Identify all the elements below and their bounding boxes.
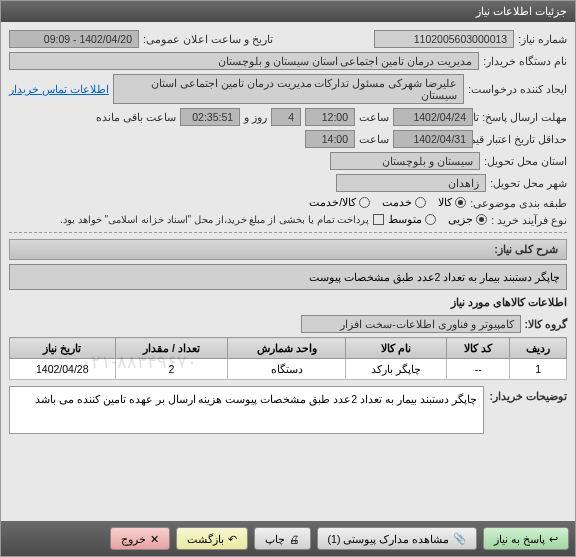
description-box: چاپگر دستبند بیمار به تعداد 2عدد طبق مشخ… (9, 264, 567, 290)
buyer-note-box: چاپگر دستبند بیمار به تعداد 2عدد طبق مشخ… (9, 386, 484, 434)
back-icon: ↶ (228, 533, 237, 545)
time-label-2: ساعت (359, 133, 389, 145)
print-icon: 🖨 (289, 533, 300, 545)
city-label: شهر محل تحویل: (490, 177, 567, 189)
radio-icon (476, 214, 487, 225)
process-medium-label: متوسط (388, 213, 422, 226)
divider (9, 232, 567, 233)
th-unit: واحد شمارش (228, 338, 346, 359)
cat-service-label: خدمت (382, 196, 412, 209)
attachment-icon: 📎 (453, 532, 466, 545)
deadline-label: مهلت ارسال پاسخ: تا تاریخ: (477, 111, 567, 123)
window-title: جزئیات اطلاعات نیاز (476, 5, 567, 18)
td-qty: 2 (115, 359, 228, 380)
exit-label: خروج (121, 533, 146, 545)
print-button[interactable]: 🖨 چاپ (254, 527, 311, 550)
reply-icon: ↩ (549, 533, 558, 545)
radio-icon (415, 197, 426, 208)
announce-field: 1402/04/20 - 09:09 (9, 30, 139, 48)
cat-service-option[interactable]: خدمت (382, 196, 426, 209)
deadline-date: 1402/04/24 (393, 108, 473, 126)
requester-field: علیرضا شهرکی مسئول تدارکات مدیریت درمان … (113, 74, 464, 104)
footer-toolbar: ↩ پاسخ به نیاز 📎 مشاهده مدارک پیوستی (1)… (1, 521, 575, 556)
buyer-note-label: توضیحات خریدار: (490, 386, 567, 402)
process-medium-option[interactable]: متوسط (388, 213, 436, 226)
subject-cat-group: کالا خدمت کالا/خدمت (309, 196, 466, 209)
buyer-note-section: توضیحات خریدار: چاپگر دستبند بیمار به تع… (9, 386, 567, 434)
province-label: استان محل تحویل: (484, 155, 567, 167)
th-row: ردیف (510, 338, 567, 359)
cat-both-label: کالا/خدمت (309, 196, 356, 209)
th-date: تاریخ نیاز (10, 338, 116, 359)
process-partial-option[interactable]: جزیی (448, 213, 487, 226)
radio-icon (359, 197, 370, 208)
print-label: چاپ (265, 533, 285, 545)
validity-label: حداقل تاریخ اعتبار قیمت: تا تاریخ: (477, 133, 567, 145)
time-label-1: ساعت (359, 111, 389, 123)
td-date: 1402/04/28 (10, 359, 116, 380)
td-unit: دستگاه (228, 359, 346, 380)
goods-info-title: اطلاعات کالاهای مورد نیاز (9, 296, 567, 309)
process-partial-label: جزیی (448, 213, 473, 226)
requester-label: ایجاد کننده درخواست: (468, 83, 567, 95)
td-code: -- (447, 359, 510, 380)
attachments-label: مشاهده مدارک پیوستی (1) (328, 533, 450, 545)
content-area: شماره نیاز: 1102005603000013 تاریخ و ساع… (1, 22, 575, 442)
time-left: 02:35:51 (180, 108, 240, 126)
table-header-row: ردیف کد کالا نام کالا واحد شمارش تعداد /… (10, 338, 567, 359)
payment-note: پرداخت تمام یا بخشی از مبلغ خرید،از محل … (60, 214, 369, 225)
table-row[interactable]: 1 -- چاپگر بارکد دستگاه 2 1402/04/28 (10, 359, 567, 380)
group-field: کامپیوتر و فناوری اطلاعات-سخت افزار (301, 315, 521, 333)
contact-link[interactable]: اطلاعات تماس خریدار (9, 83, 109, 95)
city-field: زاهدان (336, 174, 486, 192)
need-no-field: 1102005603000013 (374, 30, 514, 48)
cat-both-option[interactable]: کالا/خدمت (309, 196, 370, 209)
back-label: بازگشت (187, 533, 224, 545)
process-group: جزیی متوسط (388, 213, 487, 226)
buyer-org-label: نام دستگاه خریدار: (483, 55, 567, 67)
announce-label: تاریخ و ساعت اعلان عمومی: (143, 33, 273, 45)
back-button[interactable]: ↶ بازگشت (176, 527, 248, 550)
th-name: نام کالا (346, 338, 447, 359)
subject-cat-label: طبقه بندی موضوعی: (470, 197, 567, 209)
th-qty: تعداد / مقدار (115, 338, 228, 359)
cat-goods-label: کالا (438, 196, 452, 209)
need-no-label: شماره نیاز: (518, 33, 567, 45)
day-label: روز و (244, 111, 267, 123)
remaining-label: ساعت باقی مانده (96, 111, 176, 123)
respond-label: پاسخ به نیاز (494, 533, 545, 545)
validity-time: 14:00 (305, 130, 355, 148)
buyer-org-field: مدیریت درمان تامین اجتماعی استان سیستان … (9, 52, 479, 70)
td-row: 1 (510, 359, 567, 380)
cat-goods-option[interactable]: کالا (438, 196, 466, 209)
details-window: جزئیات اطلاعات نیاز شماره نیاز: 11020056… (0, 0, 576, 557)
validity-date: 1402/04/31 (393, 130, 473, 148)
days-left: 4 (271, 108, 301, 126)
radio-icon (425, 214, 436, 225)
th-code: کد کالا (447, 338, 510, 359)
description-header: شرح کلی نیاز: (9, 239, 567, 260)
td-name: چاپگر بارکد (346, 359, 447, 380)
goods-table: ردیف کد کالا نام کالا واحد شمارش تعداد /… (9, 337, 567, 380)
title-bar: جزئیات اطلاعات نیاز (1, 1, 575, 22)
process-label: نوع فرآیند خرید : (491, 214, 567, 226)
radio-icon (455, 197, 466, 208)
respond-button[interactable]: ↩ پاسخ به نیاز (483, 527, 569, 550)
deadline-time: 12:00 (305, 108, 355, 126)
attachments-button[interactable]: 📎 مشاهده مدارک پیوستی (1) (317, 527, 478, 550)
group-label: گروه کالا: (525, 318, 567, 330)
exit-button[interactable]: ✕ خروج (110, 527, 170, 550)
close-icon: ✕ (150, 533, 159, 545)
treasury-checkbox[interactable] (373, 214, 384, 225)
province-field: سیستان و بلوچستان (330, 152, 480, 170)
